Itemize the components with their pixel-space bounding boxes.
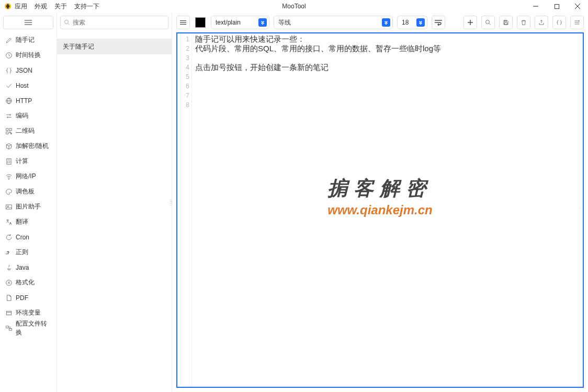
sidebar-item-label: 编码: [16, 111, 28, 120]
sidebar-item-label: 随手记: [16, 36, 35, 44]
size-select[interactable]: 18: [397, 16, 427, 29]
sidebar-item-label: 配置文件转换: [16, 319, 51, 337]
window-controls: [525, 0, 588, 13]
translate-icon: [5, 218, 13, 226]
svg-rect-15: [9, 132, 10, 133]
wifi-icon: [5, 173, 13, 180]
minimize-button[interactable]: [525, 0, 546, 13]
sidebar-item-refresh[interactable]: Cron: [2, 229, 54, 245]
sidebar-item-edit[interactable]: 随手记: [2, 32, 54, 48]
list-button[interactable]: [176, 16, 190, 29]
sidebar-item-java[interactable]: Java: [2, 260, 54, 275]
sidebar-item-swap[interactable]: 编码: [2, 108, 54, 123]
notes-panel: 关于随手记 ⋮⋮: [57, 13, 172, 392]
svg-rect-32: [6, 326, 9, 328]
close-button[interactable]: [567, 0, 588, 13]
sidebar-item-config[interactable]: 配置文件转换: [2, 320, 54, 336]
braces-button[interactable]: [552, 16, 566, 29]
app-title: MooTool: [282, 3, 306, 10]
menu-appearance[interactable]: 外观: [35, 2, 47, 11]
svg-line-35: [68, 24, 70, 25]
delete-button[interactable]: [517, 16, 530, 29]
sidebar-item-wifi[interactable]: 网络/IP: [2, 169, 54, 184]
svg-point-24: [8, 179, 9, 179]
search-box[interactable]: [60, 16, 168, 29]
wrap-button[interactable]: [432, 16, 445, 29]
svg-line-43: [489, 24, 491, 25]
menu-support[interactable]: 支持一下: [74, 2, 99, 11]
sidebar-item-globe[interactable]: HTTP: [2, 93, 54, 108]
drag-handle-icon[interactable]: ⋮⋮: [169, 200, 174, 204]
svg-rect-12: [6, 128, 8, 130]
editor-content[interactable]: 随手记可以用来快速记录一些： 代码片段、常用的SQL、常用的接口、常用的数据、暂…: [192, 33, 583, 387]
sidebar-item-pdf[interactable]: PDF: [2, 290, 54, 305]
maximize-button[interactable]: [546, 0, 567, 13]
size-value: 18: [402, 19, 409, 26]
svg-rect-44: [505, 20, 507, 22]
sidebar-item-label: 时间转换: [16, 51, 41, 60]
editor-panel: text/plain 等线 18 ⋮⋮: [172, 13, 588, 392]
note-item[interactable]: 关于随手记: [57, 39, 172, 54]
sidebar-item-cube[interactable]: 加解密/随机: [2, 139, 54, 154]
sidebar-item-label: 环境变量: [16, 308, 41, 317]
sidebar-item-env[interactable]: 环境变量: [2, 305, 54, 320]
svg-point-23: [9, 162, 10, 163]
sidebar-item-qrcode[interactable]: 二维码: [2, 123, 54, 139]
sidebar-item-label: 网络/IP: [16, 172, 36, 181]
config-icon: [5, 325, 13, 332]
globe-icon: [5, 97, 13, 105]
sidebar-item-translate[interactable]: 翻译: [2, 214, 54, 229]
sidebar-item-format[interactable]: 格式化: [2, 275, 54, 290]
image-icon: [5, 203, 13, 211]
save-button[interactable]: [499, 16, 513, 29]
add-button[interactable]: [463, 16, 477, 29]
menu-about[interactable]: 关于: [54, 2, 67, 11]
svg-point-34: [65, 20, 69, 24]
sidebar-item-label: 加解密/随机: [16, 142, 49, 151]
sidebar-menu-button[interactable]: [3, 16, 53, 29]
sidebar-item-label: 计算: [16, 157, 28, 166]
sidebar-item-calc[interactable]: 计算: [2, 154, 54, 169]
type-value: text/plain: [216, 19, 241, 26]
sidebar-item-label: Host: [16, 82, 29, 89]
font-select[interactable]: 等线: [274, 16, 393, 29]
note-list: 关于随手记: [57, 30, 172, 392]
search-input[interactable]: [73, 19, 165, 26]
sidebar-item-braces[interactable]: JSON: [2, 63, 54, 78]
sidebar-item-clock[interactable]: 时间转换: [2, 48, 54, 63]
color-swatch[interactable]: [195, 17, 206, 28]
search-button[interactable]: [481, 16, 495, 29]
export-button[interactable]: [535, 16, 548, 29]
menu-app[interactable]: 应用: [15, 2, 27, 11]
chevron-down-icon: [258, 18, 267, 27]
editor-body[interactable]: 12345678 随手记可以用来快速记录一些： 代码片段、常用的SQL、常用的接…: [176, 32, 584, 388]
sidebar: 随手记时间转换JSONHostHTTP编码二维码加解密/随机计算网络/IP调色板…: [0, 13, 57, 392]
options-button[interactable]: [570, 16, 584, 29]
swap-icon: [5, 112, 13, 120]
cube-icon: [5, 143, 13, 150]
sidebar-item-label: JSON: [16, 67, 32, 74]
pdf-icon: [5, 294, 13, 302]
svg-rect-45: [505, 23, 507, 25]
sidebar-item-label: PDF: [16, 294, 28, 302]
clock-icon: [5, 52, 13, 59]
svg-rect-30: [6, 311, 11, 315]
regex-icon: .?: [5, 249, 13, 256]
sidebar-item-check[interactable]: Host: [2, 78, 54, 93]
sidebar-item-palette[interactable]: 调色板: [2, 184, 54, 199]
menu-bar: 应用 外观 关于 支持一下: [15, 2, 99, 11]
sidebar-item-image[interactable]: 图片助手: [2, 199, 54, 214]
sidebar-item-regex[interactable]: .?正则: [2, 245, 54, 260]
sidebar-item-label: 翻译: [16, 217, 28, 226]
scrollbar-icon[interactable]: ⋮⋮: [578, 209, 582, 212]
font-value: 等线: [278, 18, 291, 27]
editor-toolbar: text/plain 等线 18: [172, 13, 588, 32]
sidebar-item-label: Cron: [16, 234, 29, 241]
svg-rect-16: [11, 133, 12, 134]
chevron-down-icon: [382, 18, 390, 27]
svg-rect-18: [7, 158, 11, 164]
sidebar-item-label: 正则: [16, 248, 28, 257]
refresh-icon: [5, 234, 13, 241]
svg-rect-2: [555, 4, 559, 8]
type-select[interactable]: text/plain: [211, 16, 269, 29]
